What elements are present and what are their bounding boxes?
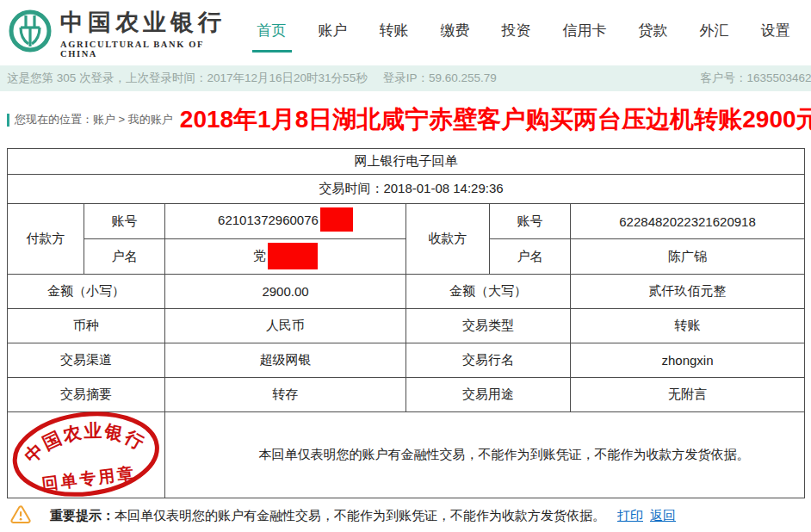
payer-name-text: 党 xyxy=(253,248,266,263)
transaction-time-label: 交易时间： xyxy=(319,181,383,195)
currency-value: 人民币 xyxy=(165,309,406,343)
login-ip: 登录IP：59.60.255.79 xyxy=(383,71,497,86)
payer-account-number: 62101372960076 xyxy=(218,213,319,227)
channel-value: 超级网银 xyxy=(165,343,406,378)
amount-lowercase-label: 金额（小写） xyxy=(8,275,165,309)
summary-value: 转存 xyxy=(165,378,406,412)
nav-item-credit-card[interactable]: 信用卡 xyxy=(563,14,607,53)
table-row: 币种 人民币 交易类型 转账 xyxy=(8,309,805,343)
login-count-info: 这是您第 305 次登录，上次登录时间：2017年12月16日20时31分55秒 xyxy=(7,71,368,86)
transaction-type-value: 转账 xyxy=(571,309,805,343)
footer-notice: 重要提示：本回单仅表明您的账户有金融性交易，不能作为到账凭证，不能作为收款方发货… xyxy=(0,498,811,532)
nav-item-invest[interactable]: 投资 xyxy=(502,14,531,53)
receipt-table: 网上银行电子回单 交易时间：2018-01-08 14:29:36 付款方 账号… xyxy=(7,148,805,498)
notice-label: 重要提示： xyxy=(50,508,115,524)
transaction-type-label: 交易类型 xyxy=(406,309,571,343)
currency-label: 币种 xyxy=(8,309,165,343)
stamp-line2: 回单专用章 xyxy=(40,463,137,492)
channel-label: 交易渠道 xyxy=(8,343,165,378)
payer-account-value: 62101372960076 xyxy=(165,204,406,239)
payer-account-label: 账号 xyxy=(84,204,165,239)
breadcrumb-row: 您现在的位置：账户 > 我的账户 2018年1月8日湖北咸宁赤壁客户购买两台压边… xyxy=(0,91,811,148)
nav-item-forex[interactable]: 外汇 xyxy=(700,14,729,53)
abc-bank-logo-icon xyxy=(9,9,52,56)
redaction-block xyxy=(320,207,353,232)
main-nav: 首页 账户 转账 缴费 投资 信用卡 贷款 外汇 设置 xyxy=(241,14,806,53)
breadcrumb-accent-bar xyxy=(7,114,9,127)
red-annotation-title: 2018年1月8日湖北咸宁赤壁客户购买两台压边机转账2900元至农行账户 xyxy=(180,103,811,136)
breadcrumb-text: 您现在的位置：账户 > 我的账户 xyxy=(15,112,173,127)
table-row: 网上银行电子回单 xyxy=(8,149,805,175)
login-status-bar: 这是您第 305 次登录，上次登录时间：2017年12月16日20时31分55秒… xyxy=(0,65,811,91)
top-bar: 中国农业银行 AGRICULTURAL BANK OF CHINA 首页 账户 … xyxy=(0,0,811,65)
bank-name-value: zhongxin xyxy=(571,343,805,378)
amount-uppercase-value: 贰仟玖佰元整 xyxy=(571,275,805,309)
customer-number: 客户号：16355034622 xyxy=(700,65,811,91)
notice-text: 本回单仅表明您的账户有金融性交易，不能作为到账凭证，不能作为收款方发货依据。 xyxy=(115,508,605,524)
redaction-block xyxy=(268,243,318,269)
table-row: 金额（小写） 2900.00 金额（大写） 贰仟玖佰元整 xyxy=(8,275,805,309)
nav-item-loans[interactable]: 贷款 xyxy=(639,14,668,53)
payer-name-value: 党 xyxy=(165,239,406,275)
payee-section-label: 收款方 xyxy=(406,204,490,275)
table-row: 付款方 账号 62101372960076 收款方 账号 62284820223… xyxy=(8,204,805,239)
payer-name-label: 户名 xyxy=(84,239,165,275)
breadcrumb: 您现在的位置：账户 > 我的账户 xyxy=(7,112,173,127)
amount-lowercase-value: 2900.00 xyxy=(165,275,406,309)
table-row: 交易渠道 超级网银 交易行名 zhongxin xyxy=(8,343,805,378)
payer-section-label: 付款方 xyxy=(8,204,84,275)
bank-logo: 中国农业银行 AGRICULTURAL BANK OF CHINA xyxy=(9,7,241,59)
receipt-title: 网上银行电子回单 xyxy=(8,149,805,175)
purpose-value: 无附言 xyxy=(571,378,805,412)
transaction-time-value: 2018-01-08 14:29:36 xyxy=(383,181,503,195)
payee-name-label: 户名 xyxy=(490,239,571,275)
transaction-time-cell: 交易时间：2018-01-08 14:29:36 xyxy=(8,175,805,204)
nav-item-settings[interactable]: 设置 xyxy=(761,14,790,53)
print-link[interactable]: 打印 xyxy=(617,508,643,524)
nav-item-transfer[interactable]: 转账 xyxy=(380,14,409,53)
bank-name-label: 交易行名 xyxy=(406,343,571,378)
payee-name-value: 陈广锦 xyxy=(571,239,805,275)
bank-seal-stamp: 中国农业银行 回单专用章 xyxy=(5,401,166,510)
back-link[interactable]: 返回 xyxy=(650,508,676,524)
bank-name-cn: 中国农业银行 xyxy=(60,7,241,38)
amount-uppercase-label: 金额（大写） xyxy=(406,275,571,309)
nav-item-payments[interactable]: 缴费 xyxy=(441,14,470,53)
nav-item-accounts[interactable]: 账户 xyxy=(319,14,348,53)
table-row: 交易时间：2018-01-08 14:29:36 xyxy=(8,175,805,204)
payee-account-value: 6228482022321620918 xyxy=(571,204,805,239)
nav-item-home[interactable]: 首页 xyxy=(257,14,287,53)
bank-name-en: AGRICULTURAL BANK OF CHINA xyxy=(60,40,241,59)
table-row: 中国农业银行 回单专用章 本回单仅表明您的账户有金融性交易，不能作为到账凭证，不… xyxy=(8,412,805,498)
disclaimer-text: 本回单仅表明您的账户有金融性交易，不能作为到账凭证，不能作为收款方发货依据。 xyxy=(165,412,805,498)
stamp-cell: 中国农业银行 回单专用章 xyxy=(8,412,165,498)
payee-account-label: 账号 xyxy=(490,204,571,239)
purpose-label: 交易用途 xyxy=(406,378,571,412)
